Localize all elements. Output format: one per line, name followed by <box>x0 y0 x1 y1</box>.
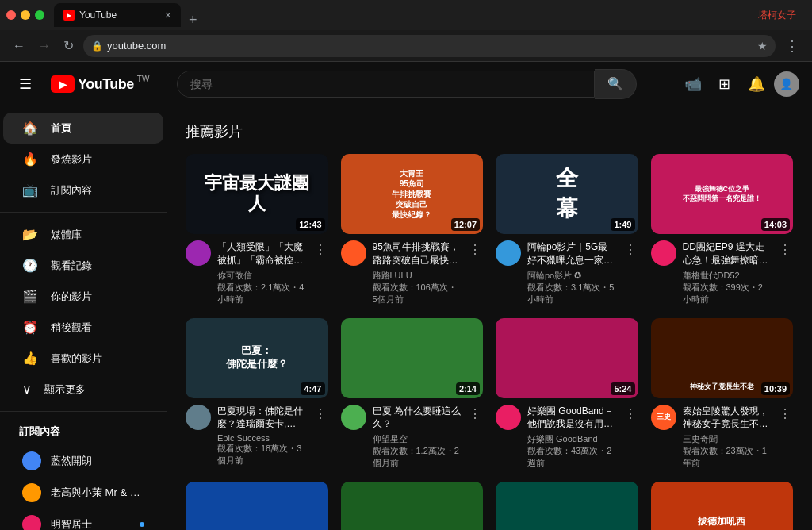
subscriptions-icon: 📺 <box>22 182 38 198</box>
video-card-3[interactable]: 全幕 1:49 阿輪po影片｜5G最好不獵嗶允息一家最帥男孩來啦！？ 阿輪po影… <box>496 154 638 305</box>
apps-grid-button[interactable]: ⊞ <box>710 70 739 98</box>
video-channel-avatar-8: 三史 <box>651 405 676 430</box>
duration-badge-1: 12:43 <box>296 218 324 231</box>
video-channel-avatar-1 <box>186 240 211 266</box>
channel-item-3[interactable]: 明智居士 <box>3 509 163 530</box>
video-thumb-5: 巴夏：佛陀是什麼？ 4:47 <box>186 318 328 398</box>
sidebar-item-liked[interactable]: 👍 喜歡的影片 <box>3 343 163 374</box>
user-label: 塔柯女子 <box>749 9 806 22</box>
tab-close-icon[interactable]: × <box>165 9 171 21</box>
user-avatar[interactable]: 👤 <box>774 71 799 97</box>
create-video-button[interactable]: 📹 <box>679 70 707 98</box>
sidebar-item-home[interactable]: 🏠 首頁 <box>3 113 163 144</box>
video-views-2: 觀看次數：106萬次・5個月前 <box>373 282 462 305</box>
duration-badge-3: 1:49 <box>611 218 634 231</box>
video-channel-avatar-4 <box>651 240 676 266</box>
lock-icon: 🔒 <box>91 40 103 52</box>
sidebar-item-show-more[interactable]: ∨ 顯示更多 <box>3 374 163 405</box>
video-title-4: DD團紀EP9 逞大走心急！最強舞撩暗地較勁C位之爭？... <box>683 240 772 267</box>
thumb-text-4: 最強舞德C位之爭不惡問問第一名究是誰！ <box>683 184 761 204</box>
video-channel-8: 三史奇聞 <box>683 433 772 445</box>
video-card-4[interactable]: 最強舞德C位之爭不惡問問第一名究是誰！ 14:03 DD團紀EP9 逞大走心急！… <box>651 154 794 305</box>
video-card-9[interactable]: 普通人如何在Instagram <box>186 482 328 530</box>
channel-avatar-1 <box>22 451 41 470</box>
video-channel-1: 你可敢信 <box>217 270 306 282</box>
address-bar-container: 🔒 ★ <box>83 35 776 57</box>
video-more-5[interactable]: ⋮ <box>312 405 328 423</box>
video-more-8[interactable]: ⋮ <box>777 405 793 423</box>
sidebar-item-explore[interactable]: 🔥 發燒影片 <box>3 144 163 175</box>
sidebar-item-watch-later[interactable]: ⏰ 稍後觀看 <box>3 312 163 343</box>
window-controls <box>6 10 54 20</box>
thumb-text-1: 宇宙最大謎團人 <box>205 173 309 215</box>
yt-logo[interactable]: ▶ YouTube TW <box>51 75 149 93</box>
video-more-6[interactable]: ⋮ <box>467 405 483 423</box>
video-card-12[interactable]: 拔德加吼西 <box>651 482 794 530</box>
video-channel-4: 蕭格世代DD52 <box>683 270 772 282</box>
video-thumb-8: 神秘女子竟長生不老 10:39 <box>651 318 794 398</box>
forward-button[interactable]: → <box>35 36 54 56</box>
sidebar-item-subscriptions[interactable]: 📺 訂閱內容 <box>3 175 163 205</box>
notifications-button[interactable]: 🔔 <box>742 70 771 98</box>
video-card-10[interactable] <box>341 482 484 530</box>
bookmark-icon[interactable]: ★ <box>757 40 768 52</box>
video-card-6[interactable]: 2:14 巴夏 為什么要睡這么久？ 仰望星空 觀看次數：1.2萬次・2個月前 ⋮ <box>341 318 484 470</box>
video-more-1[interactable]: ⋮ <box>312 240 328 259</box>
close-button[interactable] <box>6 10 16 20</box>
video-thumb-2: 大胃王95魚司牛排挑戰賽突破自己最快紀錄？ 12:07 <box>341 154 484 234</box>
video-more-2[interactable]: ⋮ <box>467 240 483 259</box>
channel-item-2[interactable]: 老高與小茉 Mr & M... <box>3 477 163 509</box>
video-views-5: 觀看次數：18萬次・3個月前 <box>217 443 306 467</box>
video-channel-5: Epic Success <box>217 433 306 443</box>
thumb-text-5: 巴夏：佛陀是什麼？ <box>226 344 288 371</box>
yt-search-bar <box>177 71 595 98</box>
reload-button[interactable]: ↻ <box>60 35 77 56</box>
duration-badge-2: 12:07 <box>451 218 480 231</box>
video-card-7[interactable]: 5:24 好樂團 GoodBand－他們說我是沒有用的年輕人 Official.… <box>496 318 638 470</box>
video-views-4: 觀看次數：399次・2小時前 <box>683 282 772 305</box>
video-channel-6: 仰望星空 <box>373 433 462 445</box>
video-card-11[interactable] <box>496 482 638 530</box>
video-channel-avatar-5 <box>186 405 211 430</box>
duration-badge-8: 10:39 <box>761 382 790 395</box>
video-card-2[interactable]: 大胃王95魚司牛排挑戰賽突破自己最快紀錄？ 12:07 95魚司牛排挑戰賽，路路… <box>341 154 484 305</box>
yt-logo-region: TW <box>137 75 150 83</box>
minimize-button[interactable] <box>21 10 30 20</box>
sidebar-item-library[interactable]: 📂 媒體庫 <box>3 219 163 250</box>
back-button[interactable]: ← <box>10 36 29 56</box>
history-icon: 🕐 <box>22 258 38 273</box>
home-label: 首頁 <box>51 121 71 136</box>
active-tab[interactable]: ▶ YouTube × <box>54 3 181 27</box>
video-card-5[interactable]: 巴夏：佛陀是什麼？ 4:47 巴夏現場：佛陀是什麼？達瑞爾安卡, Darryl … <box>186 318 328 470</box>
video-more-7[interactable]: ⋮ <box>622 405 638 423</box>
hamburger-menu-button[interactable]: ☰ <box>13 69 38 99</box>
video-channel-3: 阿輪po影片 ✪ <box>527 270 616 282</box>
video-thumb-6: 2:14 <box>341 318 484 398</box>
maximize-button[interactable] <box>35 10 44 20</box>
channel-item-1[interactable]: 藍然開朗 <box>3 445 163 477</box>
new-tab-button[interactable]: + <box>182 13 204 27</box>
yt-logo-text: YouTube <box>78 77 134 91</box>
video-grid: 宇宙最大謎團人 12:43 「人類受限」「大魔被抓」「霸命被控」「真能被關」..… <box>186 154 793 530</box>
address-input[interactable] <box>83 35 776 57</box>
browser-menu-icon[interactable]: ⋮ <box>782 37 802 55</box>
tab-title: YouTube <box>79 10 160 21</box>
video-views-7: 觀看次數：43萬次・2週前 <box>527 445 616 469</box>
library-label: 媒體庫 <box>51 228 82 242</box>
search-button[interactable]: 🔍 <box>595 69 637 99</box>
explore-label: 發燒影片 <box>51 152 92 167</box>
sidebar-item-your-videos[interactable]: 🎬 你的影片 <box>3 281 163 312</box>
youtube-app: ☰ ▶ YouTube TW 🔍 📹 ⊞ 🔔 👤 <box>0 62 812 530</box>
video-card-1[interactable]: 宇宙最大謎團人 12:43 「人類受限」「大魔被抓」「霸命被控」「真能被關」..… <box>186 154 328 305</box>
video-card-8[interactable]: 神秘女子竟長生不老 10:39 三史 秦始皇陵驚人發現，神秘女子竟長生不老，驚天… <box>651 318 794 470</box>
channel-name-3: 明智居士 <box>51 517 92 530</box>
header-icons: 📹 ⊞ 🔔 👤 <box>679 70 799 98</box>
video-more-4[interactable]: ⋮ <box>777 240 793 259</box>
sidebar: 🏠 首頁 🔥 發燒影片 📺 訂閱內容 📂 媒體庫 🕐 觀看記錄 🎬 <box>0 106 167 530</box>
watch-later-icon: ⏰ <box>22 320 38 335</box>
sidebar-divider-2 <box>0 411 167 412</box>
sidebar-item-history[interactable]: 🕐 觀看記錄 <box>3 250 163 281</box>
video-more-3[interactable]: ⋮ <box>622 240 638 259</box>
search-input[interactable] <box>178 71 594 97</box>
video-title-1: 「人類受限」「大魔被抓」「霸命被控」「真能被關」... <box>217 240 306 267</box>
